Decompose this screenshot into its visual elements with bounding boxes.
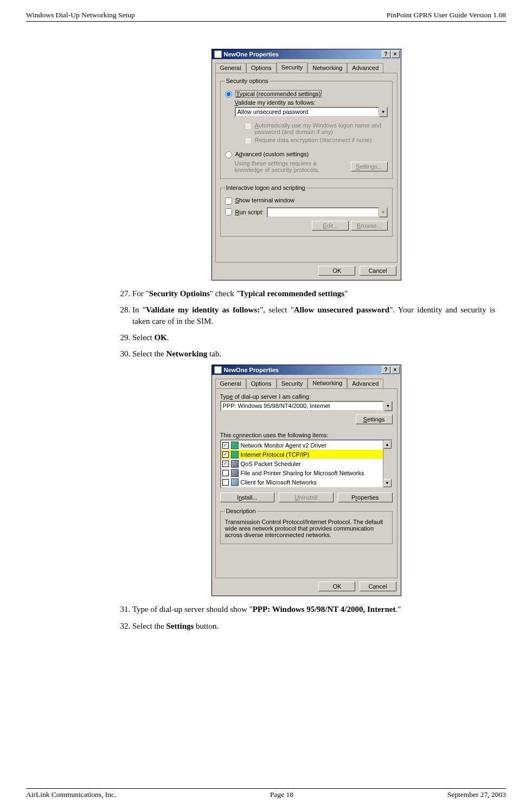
tab-networking[interactable]: Networking [307,378,347,388]
tab-body: Security options Typical (recommended se… [215,73,398,263]
chk-run-script-label: Run script: [235,209,264,215]
list-item-label: Network Monitor Agent v2 Driver [241,442,326,449]
tab-options[interactable]: Options [246,379,277,389]
list-item[interactable]: File and Printer Sharing for Microsoft N… [221,468,383,477]
content: NewOne Properties ? × General Options Se… [26,49,506,631]
list-item-label: Client for Microsoft Networks [241,479,317,486]
net-icon [231,442,239,449]
install-button[interactable]: Install... [220,493,275,502]
scrollbar[interactable]: ▲ ▼ [383,440,392,487]
validate-label: Validate my identity as follows: [235,99,388,106]
radio-advanced[interactable] [225,151,232,158]
page-footer: AirLink Communications, Inc. Page 18 Sep… [26,788,506,799]
radio-advanced-row[interactable]: Advanced (custom settings) [225,151,388,158]
chk-require-encryption-label: Require data encryption (disconnect if n… [255,137,372,143]
advanced-note: Using these settings requires a knowledg… [235,160,347,173]
list-item[interactable]: ✓Network Monitor Agent v2 Driver [221,440,383,450]
chk-show-terminal-label: Show terminal window [235,197,294,203]
close-button[interactable]: × [391,366,400,374]
step-27: For "Security Optioins" check "Typical r… [132,288,495,299]
scroll-up-icon[interactable]: ▲ [383,440,392,449]
radio-typical-row[interactable]: Typical (recommended settings) [225,90,388,98]
checkbox-icon[interactable]: ✓ [222,461,229,467]
ok-button[interactable]: OK [318,266,355,276]
tab-general[interactable]: General [215,63,246,73]
browse-button: Browse... [351,221,388,231]
tab-general[interactable]: General [215,379,246,389]
checkbox-icon[interactable] [222,479,229,486]
run-script-combo[interactable]: ▼ [267,207,387,218]
step-28: In "Validate my identity as follows:", s… [132,304,495,327]
titlebar: NewOne Properties ? × [212,49,401,59]
tab-security[interactable]: Security [277,379,308,389]
security-options-legend: Security options [225,78,270,84]
chk-require-encryption: Require data encryption (disconnect if n… [245,137,388,144]
run-script-row: Run script: ▼ [225,206,388,218]
dialog-security: NewOne Properties ? × General Options Se… [211,49,401,280]
server-type-value[interactable]: PPP: Windows 95/98/NT4/2000, Internet [220,401,384,411]
chk-show-terminal-box[interactable] [225,197,232,205]
titlebar: NewOne Properties ? × [212,365,401,375]
settings-button[interactable]: Settings [356,414,393,424]
checkbox-icon[interactable]: ✓ [222,451,229,458]
footer-left: AirLink Communications, Inc. [26,790,116,799]
chk-run-script[interactable] [225,208,232,215]
chevron-down-icon: ▼ [379,207,388,218]
close-button[interactable]: × [391,50,400,58]
dialog2-wrap: NewOne Properties ? × General Options Se… [117,365,495,596]
run-script-field[interactable] [267,207,379,218]
server-type-label: Type of dial-up server I am calling: [220,393,393,400]
list-item[interactable]: ✓Internet Protocol (TCP/IP) [221,450,383,459]
scroll-down-icon[interactable]: ▼ [383,479,392,487]
list-item[interactable]: Client for Microsoft Networks [221,477,383,487]
chk-auto-logon: Automatically use my Windows logon name … [245,122,388,135]
footer-right: September 27, 2003 [447,790,506,799]
step-32: Select the Settings button. [132,621,495,631]
radio-typical[interactable] [225,91,232,98]
radio-advanced-label: Advanced (custom settings) [235,151,309,157]
step-29: Select OK. [132,332,495,343]
tab-advanced[interactable]: Advanced [347,379,383,389]
interactive-logon-legend: Interactive logon and scripting [225,184,306,191]
chk-show-terminal[interactable]: Show terminal window [225,197,388,205]
ok-button[interactable]: OK [318,582,355,591]
window-icon [214,50,222,58]
settings-row: Settings [220,414,393,424]
svc-icon [231,460,239,468]
help-button[interactable]: ? [382,50,390,58]
description-text: Transmission Control Protocol/Internet P… [225,519,388,538]
tab-advanced[interactable]: Advanced [347,63,383,73]
cli-icon [231,478,239,486]
chevron-down-icon[interactable]: ▼ [384,401,393,411]
steps-list-a: For "Security Optioins" check "Typical r… [117,288,495,359]
svc-icon [231,469,239,477]
tab-networking[interactable]: Networking [307,63,347,73]
validate-combo[interactable]: Allow unsecured password ▼ [235,107,388,117]
dialog-networking: NewOne Properties ? × General Options Se… [211,365,401,596]
cancel-button[interactable]: Cancel [360,582,396,591]
checkbox-icon[interactable] [222,470,229,476]
tab-body: Type of dial-up server I am calling: PPP… [215,388,398,578]
checkbox-icon[interactable]: ✓ [222,442,229,449]
tab-row: General Options Security Networking Adva… [212,375,401,388]
properties-button[interactable]: Properties [338,493,393,502]
help-button[interactable]: ? [382,366,390,374]
settings-button: Settings... [351,162,388,171]
script-buttons: Edit... Browse... [225,221,388,231]
step-31: Type of dial-up server should show "PPP:… [132,604,495,615]
list-item[interactable]: ✓QoS Packet Scheduler [221,459,383,468]
dialog-title: NewOne Properties [224,367,279,373]
tab-options[interactable]: Options [246,63,277,73]
cancel-button[interactable]: Cancel [360,266,396,276]
server-type-combo[interactable]: PPP: Windows 95/98/NT4/2000, Internet ▼ [220,401,393,411]
validate-value[interactable]: Allow unsecured password [235,107,379,117]
components-listbox[interactable]: ✓Network Monitor Agent v2 Driver✓Interne… [220,439,393,488]
steps-list-b: Type of dial-up server should show "PPP:… [117,604,495,631]
header-right: PinPoint GPRS User Guide Version 1.08 [387,11,506,20]
dialog-footer: OK Cancel [212,582,401,596]
tab-security[interactable]: Security [277,62,308,73]
advanced-sub: Using these settings requires a knowledg… [235,160,388,173]
footer-mid: Page 18 [270,790,293,799]
edit-button: Edit... [312,221,349,231]
chevron-down-icon[interactable]: ▼ [379,107,388,117]
